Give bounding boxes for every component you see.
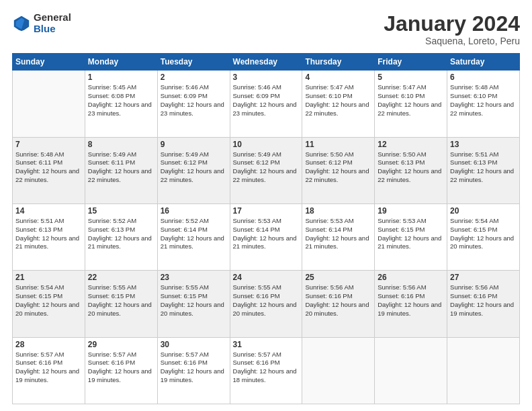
day-info: Sunrise: 5:52 AMSunset: 6:14 PMDaylight:… xyxy=(161,217,227,251)
day-number: 14 xyxy=(15,206,82,216)
calendar-week-row: 7Sunrise: 5:48 AMSunset: 6:11 PMDaylight… xyxy=(13,137,520,203)
calendar-cell: 26Sunrise: 5:56 AMSunset: 6:16 PMDayligh… xyxy=(375,271,447,337)
day-number: 9 xyxy=(161,140,227,149)
logo: General Blue xyxy=(12,12,71,34)
calendar-table: Sunday Monday Tuesday Wednesday Thursday… xyxy=(12,53,520,404)
day-number: 15 xyxy=(88,206,154,216)
calendar-cell xyxy=(375,337,447,404)
calendar-cell xyxy=(447,337,520,404)
calendar-cell: 7Sunrise: 5:48 AMSunset: 6:11 PMDaylight… xyxy=(13,137,85,203)
calendar-cell: 22Sunrise: 5:55 AMSunset: 6:15 PMDayligh… xyxy=(85,271,157,337)
calendar-cell: 8Sunrise: 5:49 AMSunset: 6:11 PMDaylight… xyxy=(85,137,157,203)
col-monday: Monday xyxy=(85,54,157,71)
calendar-cell: 2Sunrise: 5:46 AMSunset: 6:09 PMDaylight… xyxy=(157,71,230,137)
day-info: Sunrise: 5:46 AMSunset: 6:09 PMDaylight:… xyxy=(161,83,227,118)
day-number: 10 xyxy=(233,140,300,149)
day-number: 30 xyxy=(161,340,227,349)
calendar-cell: 30Sunrise: 5:57 AMSunset: 6:16 PMDayligh… xyxy=(157,337,230,404)
day-number: 29 xyxy=(88,340,154,349)
day-info: Sunrise: 5:56 AMSunset: 6:16 PMDaylight:… xyxy=(450,283,517,318)
calendar-week-row: 21Sunrise: 5:54 AMSunset: 6:15 PMDayligh… xyxy=(13,271,520,337)
logo-text: General Blue xyxy=(34,12,71,34)
day-number: 22 xyxy=(88,273,154,282)
day-info: Sunrise: 5:57 AMSunset: 6:16 PMDaylight:… xyxy=(88,351,154,385)
logo-general: General xyxy=(34,12,71,24)
day-info: Sunrise: 5:48 AMSunset: 6:11 PMDaylight:… xyxy=(15,150,82,185)
day-number: 2 xyxy=(161,73,227,82)
day-info: Sunrise: 5:55 AMSunset: 6:15 PMDaylight:… xyxy=(161,283,227,318)
day-number: 23 xyxy=(161,273,227,282)
calendar-cell xyxy=(302,337,375,404)
day-info: Sunrise: 5:45 AMSunset: 6:08 PMDaylight:… xyxy=(88,83,154,118)
day-info: Sunrise: 5:51 AMSunset: 6:13 PMDaylight:… xyxy=(15,217,82,251)
sub-title: Saquena, Loreto, Peru xyxy=(384,36,520,46)
day-info: Sunrise: 5:51 AMSunset: 6:13 PMDaylight:… xyxy=(450,150,517,185)
day-info: Sunrise: 5:48 AMSunset: 6:10 PMDaylight:… xyxy=(450,83,517,118)
calendar-week-row: 28Sunrise: 5:57 AMSunset: 6:16 PMDayligh… xyxy=(13,337,520,404)
day-number: 17 xyxy=(233,206,300,216)
day-number: 21 xyxy=(15,273,82,282)
calendar-cell: 3Sunrise: 5:46 AMSunset: 6:09 PMDaylight… xyxy=(230,71,302,137)
main-title: January 2024 xyxy=(384,12,520,36)
col-sunday: Sunday xyxy=(13,54,85,71)
calendar-cell: 4Sunrise: 5:47 AMSunset: 6:10 PMDaylight… xyxy=(302,71,375,137)
day-number: 18 xyxy=(305,206,371,216)
day-number: 31 xyxy=(233,340,300,349)
calendar-cell: 23Sunrise: 5:55 AMSunset: 6:15 PMDayligh… xyxy=(157,271,230,337)
calendar-cell: 31Sunrise: 5:57 AMSunset: 6:16 PMDayligh… xyxy=(230,337,302,404)
day-number: 26 xyxy=(378,273,444,282)
day-info: Sunrise: 5:49 AMSunset: 6:11 PMDaylight:… xyxy=(88,150,154,185)
calendar-cell: 9Sunrise: 5:49 AMSunset: 6:12 PMDaylight… xyxy=(157,137,230,203)
col-thursday: Thursday xyxy=(302,54,375,71)
day-info: Sunrise: 5:55 AMSunset: 6:16 PMDaylight:… xyxy=(233,283,300,318)
day-number: 13 xyxy=(450,140,517,149)
calendar-week-row: 14Sunrise: 5:51 AMSunset: 6:13 PMDayligh… xyxy=(13,203,520,270)
day-info: Sunrise: 5:52 AMSunset: 6:13 PMDaylight:… xyxy=(88,217,154,251)
day-info: Sunrise: 5:54 AMSunset: 6:15 PMDaylight:… xyxy=(15,283,82,318)
day-number: 8 xyxy=(88,140,154,149)
calendar-cell: 12Sunrise: 5:50 AMSunset: 6:13 PMDayligh… xyxy=(375,137,447,203)
calendar-cell xyxy=(13,71,85,137)
logo-icon xyxy=(12,14,31,33)
day-info: Sunrise: 5:46 AMSunset: 6:09 PMDaylight:… xyxy=(233,83,300,118)
day-info: Sunrise: 5:53 AMSunset: 6:14 PMDaylight:… xyxy=(233,217,300,251)
calendar-cell: 18Sunrise: 5:53 AMSunset: 6:14 PMDayligh… xyxy=(302,203,375,270)
day-number: 7 xyxy=(15,140,82,149)
col-wednesday: Wednesday xyxy=(230,54,302,71)
calendar-week-row: 1Sunrise: 5:45 AMSunset: 6:08 PMDaylight… xyxy=(13,71,520,137)
day-info: Sunrise: 5:57 AMSunset: 6:16 PMDaylight:… xyxy=(15,351,82,385)
day-number: 12 xyxy=(378,140,444,149)
col-saturday: Saturday xyxy=(447,54,520,71)
day-info: Sunrise: 5:56 AMSunset: 6:16 PMDaylight:… xyxy=(305,283,371,318)
day-info: Sunrise: 5:47 AMSunset: 6:10 PMDaylight:… xyxy=(378,83,444,118)
day-info: Sunrise: 5:54 AMSunset: 6:15 PMDaylight:… xyxy=(450,217,517,251)
day-info: Sunrise: 5:49 AMSunset: 6:12 PMDaylight:… xyxy=(233,150,300,185)
day-number: 3 xyxy=(233,73,300,82)
day-info: Sunrise: 5:57 AMSunset: 6:16 PMDaylight:… xyxy=(161,351,227,385)
day-info: Sunrise: 5:55 AMSunset: 6:15 PMDaylight:… xyxy=(88,283,154,318)
page: General Blue January 2024 Saquena, Loret… xyxy=(0,0,532,411)
day-info: Sunrise: 5:56 AMSunset: 6:16 PMDaylight:… xyxy=(378,283,444,318)
calendar-cell: 15Sunrise: 5:52 AMSunset: 6:13 PMDayligh… xyxy=(85,203,157,270)
logo-blue: Blue xyxy=(34,24,71,35)
col-tuesday: Tuesday xyxy=(157,54,230,71)
calendar-cell: 14Sunrise: 5:51 AMSunset: 6:13 PMDayligh… xyxy=(13,203,85,270)
calendar-cell: 17Sunrise: 5:53 AMSunset: 6:14 PMDayligh… xyxy=(230,203,302,270)
day-info: Sunrise: 5:53 AMSunset: 6:15 PMDaylight:… xyxy=(378,217,444,251)
day-number: 27 xyxy=(450,273,517,282)
day-info: Sunrise: 5:57 AMSunset: 6:16 PMDaylight:… xyxy=(233,351,300,385)
title-block: January 2024 Saquena, Loreto, Peru xyxy=(384,12,520,46)
calendar-header-row: Sunday Monday Tuesday Wednesday Thursday… xyxy=(13,54,520,71)
calendar-cell: 5Sunrise: 5:47 AMSunset: 6:10 PMDaylight… xyxy=(375,71,447,137)
day-number: 24 xyxy=(233,273,300,282)
calendar-cell: 11Sunrise: 5:50 AMSunset: 6:12 PMDayligh… xyxy=(302,137,375,203)
day-number: 6 xyxy=(450,73,517,82)
calendar-cell: 16Sunrise: 5:52 AMSunset: 6:14 PMDayligh… xyxy=(157,203,230,270)
calendar-cell: 20Sunrise: 5:54 AMSunset: 6:15 PMDayligh… xyxy=(447,203,520,270)
day-info: Sunrise: 5:50 AMSunset: 6:13 PMDaylight:… xyxy=(378,150,444,185)
calendar-cell: 25Sunrise: 5:56 AMSunset: 6:16 PMDayligh… xyxy=(302,271,375,337)
day-number: 5 xyxy=(378,73,444,82)
calendar-cell: 29Sunrise: 5:57 AMSunset: 6:16 PMDayligh… xyxy=(85,337,157,404)
calendar-cell: 6Sunrise: 5:48 AMSunset: 6:10 PMDaylight… xyxy=(447,71,520,137)
calendar-cell: 1Sunrise: 5:45 AMSunset: 6:08 PMDaylight… xyxy=(85,71,157,137)
